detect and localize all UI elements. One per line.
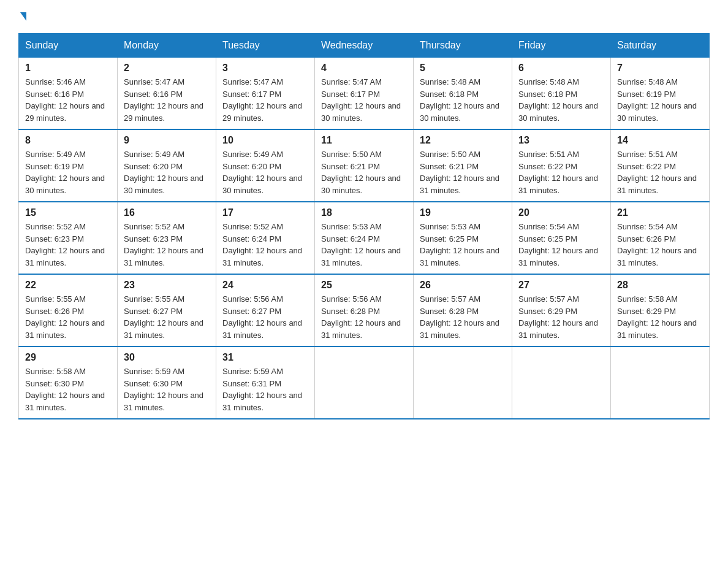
day-number: 10 <box>222 135 308 146</box>
calendar-week-row: 29Sunrise: 5:58 AMSunset: 6:30 PMDayligh… <box>19 347 710 419</box>
header <box>18 12 710 21</box>
day-number: 11 <box>321 135 407 146</box>
day-info: Sunrise: 5:53 AMSunset: 6:24 PMDaylight:… <box>321 221 407 269</box>
day-number: 16 <box>124 207 210 218</box>
day-info: Sunrise: 5:46 AMSunset: 6:16 PMDaylight:… <box>25 76 111 124</box>
day-info: Sunrise: 5:50 AMSunset: 6:21 PMDaylight:… <box>321 148 407 196</box>
calendar-header-saturday: Saturday <box>611 34 710 58</box>
calendar-day-cell: 7Sunrise: 5:48 AMSunset: 6:19 PMDaylight… <box>611 58 710 130</box>
calendar-header-sunday: Sunday <box>19 34 118 58</box>
calendar-day-cell: 9Sunrise: 5:49 AMSunset: 6:20 PMDaylight… <box>118 129 216 202</box>
day-number: 9 <box>124 135 210 146</box>
calendar-day-cell: 20Sunrise: 5:54 AMSunset: 6:25 PMDayligh… <box>512 202 611 274</box>
day-info: Sunrise: 5:52 AMSunset: 6:23 PMDaylight:… <box>25 221 111 269</box>
day-number: 20 <box>518 207 604 218</box>
calendar-table: SundayMondayTuesdayWednesdayThursdayFrid… <box>18 33 710 419</box>
calendar-header-tuesday: Tuesday <box>216 34 315 58</box>
calendar-day-cell: 19Sunrise: 5:53 AMSunset: 6:25 PMDayligh… <box>414 202 512 274</box>
calendar-day-cell: 31Sunrise: 5:59 AMSunset: 6:31 PMDayligh… <box>216 347 315 419</box>
calendar-day-cell: 28Sunrise: 5:58 AMSunset: 6:29 PMDayligh… <box>611 274 710 347</box>
day-number: 13 <box>518 135 604 146</box>
day-number: 1 <box>25 63 111 74</box>
day-number: 8 <box>25 135 111 146</box>
calendar-day-cell: 26Sunrise: 5:57 AMSunset: 6:28 PMDayligh… <box>414 274 512 347</box>
calendar-day-cell: 14Sunrise: 5:51 AMSunset: 6:22 PMDayligh… <box>611 129 710 202</box>
calendar-day-cell: 10Sunrise: 5:49 AMSunset: 6:20 PMDayligh… <box>216 129 315 202</box>
day-number: 3 <box>222 63 308 74</box>
calendar-header-monday: Monday <box>118 34 216 58</box>
calendar-day-cell: 12Sunrise: 5:50 AMSunset: 6:21 PMDayligh… <box>414 129 512 202</box>
calendar-day-cell <box>611 347 710 419</box>
day-info: Sunrise: 5:47 AMSunset: 6:17 PMDaylight:… <box>222 76 308 124</box>
day-number: 7 <box>617 63 703 74</box>
day-info: Sunrise: 5:52 AMSunset: 6:24 PMDaylight:… <box>222 221 308 269</box>
day-number: 26 <box>420 280 506 291</box>
calendar-header-friday: Friday <box>512 34 611 58</box>
day-number: 18 <box>321 207 407 218</box>
calendar-day-cell: 4Sunrise: 5:47 AMSunset: 6:17 PMDaylight… <box>315 58 414 130</box>
day-info: Sunrise: 5:58 AMSunset: 6:30 PMDaylight:… <box>25 366 111 413</box>
day-number: 21 <box>617 207 703 218</box>
day-info: Sunrise: 5:48 AMSunset: 6:19 PMDaylight:… <box>617 76 703 124</box>
calendar-day-cell: 24Sunrise: 5:56 AMSunset: 6:27 PMDayligh… <box>216 274 315 347</box>
day-info: Sunrise: 5:58 AMSunset: 6:29 PMDaylight:… <box>617 293 703 341</box>
calendar-day-cell: 16Sunrise: 5:52 AMSunset: 6:23 PMDayligh… <box>118 202 216 274</box>
day-number: 22 <box>25 280 111 291</box>
calendar-day-cell: 21Sunrise: 5:54 AMSunset: 6:26 PMDayligh… <box>611 202 710 274</box>
day-info: Sunrise: 5:55 AMSunset: 6:27 PMDaylight:… <box>124 293 210 341</box>
day-number: 14 <box>617 135 703 146</box>
calendar-day-cell: 22Sunrise: 5:55 AMSunset: 6:26 PMDayligh… <box>19 274 118 347</box>
day-number: 15 <box>25 207 111 218</box>
calendar-day-cell: 25Sunrise: 5:56 AMSunset: 6:28 PMDayligh… <box>315 274 414 347</box>
calendar-header-row: SundayMondayTuesdayWednesdayThursdayFrid… <box>19 34 710 58</box>
calendar-day-cell <box>315 347 414 419</box>
day-info: Sunrise: 5:52 AMSunset: 6:23 PMDaylight:… <box>124 221 210 269</box>
day-info: Sunrise: 5:47 AMSunset: 6:17 PMDaylight:… <box>321 76 407 124</box>
day-info: Sunrise: 5:54 AMSunset: 6:25 PMDaylight:… <box>518 221 604 269</box>
calendar-day-cell <box>414 347 512 419</box>
day-number: 17 <box>222 207 308 218</box>
logo <box>18 12 26 21</box>
calendar-day-cell: 30Sunrise: 5:59 AMSunset: 6:30 PMDayligh… <box>118 347 216 419</box>
calendar-day-cell: 5Sunrise: 5:48 AMSunset: 6:18 PMDaylight… <box>414 58 512 130</box>
calendar-day-cell: 13Sunrise: 5:51 AMSunset: 6:22 PMDayligh… <box>512 129 611 202</box>
day-info: Sunrise: 5:59 AMSunset: 6:31 PMDaylight:… <box>222 366 308 413</box>
day-info: Sunrise: 5:56 AMSunset: 6:27 PMDaylight:… <box>222 293 308 341</box>
day-number: 27 <box>518 280 604 291</box>
day-number: 19 <box>420 207 506 218</box>
day-number: 30 <box>124 352 210 363</box>
day-info: Sunrise: 5:51 AMSunset: 6:22 PMDaylight:… <box>518 148 604 196</box>
calendar-day-cell: 1Sunrise: 5:46 AMSunset: 6:16 PMDaylight… <box>19 58 118 130</box>
day-info: Sunrise: 5:47 AMSunset: 6:16 PMDaylight:… <box>124 76 210 124</box>
calendar-day-cell: 2Sunrise: 5:47 AMSunset: 6:16 PMDaylight… <box>118 58 216 130</box>
calendar-day-cell: 15Sunrise: 5:52 AMSunset: 6:23 PMDayligh… <box>19 202 118 274</box>
calendar-day-cell: 17Sunrise: 5:52 AMSunset: 6:24 PMDayligh… <box>216 202 315 274</box>
day-info: Sunrise: 5:49 AMSunset: 6:20 PMDaylight:… <box>124 148 210 196</box>
logo-triangle-icon <box>20 12 26 21</box>
calendar-week-row: 1Sunrise: 5:46 AMSunset: 6:16 PMDaylight… <box>19 58 710 130</box>
calendar-day-cell: 18Sunrise: 5:53 AMSunset: 6:24 PMDayligh… <box>315 202 414 274</box>
day-number: 31 <box>222 352 308 363</box>
calendar-day-cell: 8Sunrise: 5:49 AMSunset: 6:19 PMDaylight… <box>19 129 118 202</box>
day-number: 24 <box>222 280 308 291</box>
calendar-day-cell: 11Sunrise: 5:50 AMSunset: 6:21 PMDayligh… <box>315 129 414 202</box>
day-number: 12 <box>420 135 506 146</box>
day-info: Sunrise: 5:56 AMSunset: 6:28 PMDaylight:… <box>321 293 407 341</box>
day-number: 4 <box>321 63 407 74</box>
calendar-day-cell <box>512 347 611 419</box>
calendar-week-row: 8Sunrise: 5:49 AMSunset: 6:19 PMDaylight… <box>19 129 710 202</box>
calendar-day-cell: 3Sunrise: 5:47 AMSunset: 6:17 PMDaylight… <box>216 58 315 130</box>
calendar-day-cell: 29Sunrise: 5:58 AMSunset: 6:30 PMDayligh… <box>19 347 118 419</box>
calendar-day-cell: 23Sunrise: 5:55 AMSunset: 6:27 PMDayligh… <box>118 274 216 347</box>
day-number: 2 <box>124 63 210 74</box>
day-info: Sunrise: 5:55 AMSunset: 6:26 PMDaylight:… <box>25 293 111 341</box>
day-info: Sunrise: 5:51 AMSunset: 6:22 PMDaylight:… <box>617 148 703 196</box>
day-info: Sunrise: 5:57 AMSunset: 6:28 PMDaylight:… <box>420 293 506 341</box>
day-info: Sunrise: 5:49 AMSunset: 6:19 PMDaylight:… <box>25 148 111 196</box>
day-number: 6 <box>518 63 604 74</box>
day-number: 28 <box>617 280 703 291</box>
calendar-header-thursday: Thursday <box>414 34 512 58</box>
calendar-day-cell: 6Sunrise: 5:48 AMSunset: 6:18 PMDaylight… <box>512 58 611 130</box>
day-info: Sunrise: 5:49 AMSunset: 6:20 PMDaylight:… <box>222 148 308 196</box>
calendar-week-row: 22Sunrise: 5:55 AMSunset: 6:26 PMDayligh… <box>19 274 710 347</box>
